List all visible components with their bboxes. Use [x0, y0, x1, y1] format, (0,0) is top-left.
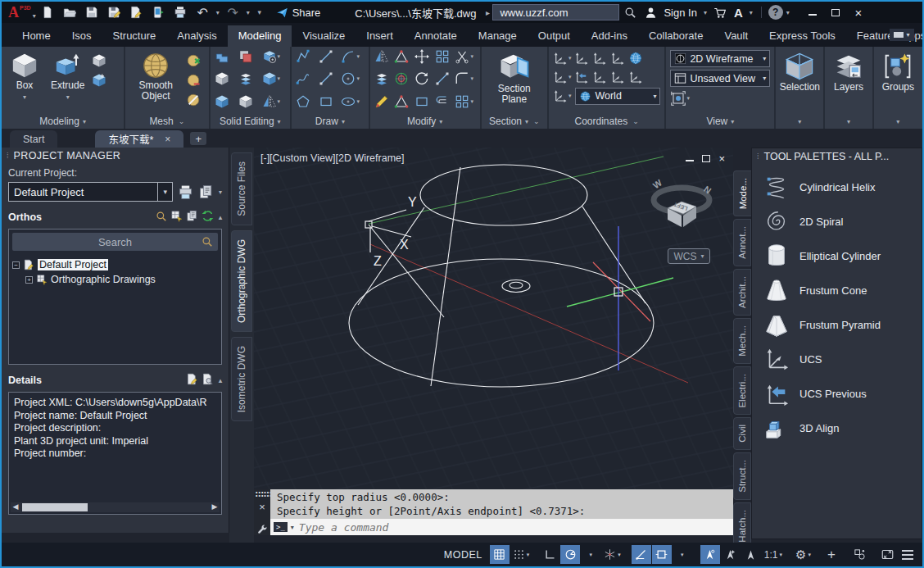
- expand-box-icon[interactable]: +: [25, 276, 33, 284]
- scroll-right-icon[interactable]: ▶: [210, 501, 220, 514]
- ucs-world-button[interactable]: [627, 49, 644, 67]
- viewcube[interactable]: W N LEFT: [643, 166, 717, 239]
- ribbon-tab[interactable]: Vault: [713, 25, 759, 47]
- viewport[interactable]: X Y Z [-][Custom View][2D Wireframe] ×: [254, 148, 733, 489]
- palette-item-3d-align[interactable]: 3D Align: [752, 411, 922, 445]
- palette-tab[interactable]: Civil: [733, 417, 751, 450]
- panel-label-layers[interactable]: ▾: [825, 114, 872, 129]
- tree-item-orthographic-drawings[interactable]: + Orthographic Drawings: [25, 272, 218, 287]
- ucs-combo[interactable]: World▾: [575, 88, 660, 105]
- annotation-monitor-button[interactable]: +: [822, 545, 841, 564]
- panel-label-modify[interactable]: Modify▾: [370, 114, 480, 129]
- selection-button[interactable]: Selection: [776, 50, 824, 94]
- object-snap-toggle[interactable]: [652, 545, 672, 564]
- palette-item-2d-spiral[interactable]: 2D Spiral: [752, 204, 922, 239]
- project-copy-button[interactable]: [198, 184, 214, 200]
- tree-search-field[interactable]: Search: [12, 233, 218, 251]
- sign-in-button[interactable]: Sign In: [664, 7, 696, 19]
- clean-screen-button[interactable]: [877, 545, 897, 564]
- refine-mesh-button[interactable]: [185, 91, 202, 109]
- 3d-move-button[interactable]: [393, 48, 412, 66]
- collapse-icon[interactable]: ▴: [219, 377, 222, 384]
- ucs-face-button[interactable]: [609, 49, 626, 67]
- ucs-3point-button[interactable]: [627, 68, 644, 86]
- chevron-down-icon[interactable]: ▾: [219, 189, 222, 196]
- palette-tab[interactable]: Annot...: [733, 219, 751, 266]
- drag-handle-icon[interactable]: •••••• ••••••: [256, 491, 269, 498]
- rectangle-button[interactable]: [318, 93, 339, 111]
- offset-button[interactable]: [434, 93, 453, 111]
- ellipse-button[interactable]: ▾: [340, 93, 365, 111]
- panel-label-solid-editing[interactable]: Solid Editing▾: [211, 114, 291, 129]
- scroll-left-icon[interactable]: ◀: [11, 501, 20, 514]
- annotation-autoscale-toggle[interactable]: [721, 545, 741, 564]
- 3d-polyline-button[interactable]: [318, 48, 339, 66]
- intersect-button[interactable]: ▾: [261, 48, 288, 66]
- groups-button[interactable]: Groups: [878, 50, 918, 94]
- scale-button[interactable]: [414, 93, 433, 111]
- 3d-rotate-button[interactable]: [393, 70, 412, 88]
- a360-dropdown[interactable]: ▾: [748, 9, 754, 16]
- palette-item-ucs-previous[interactable]: UCS Previous: [752, 376, 922, 411]
- new-file-button[interactable]: [38, 3, 58, 21]
- wcs-dropdown[interactable]: WCS ▾: [668, 248, 710, 264]
- fillet-button[interactable]: ▾: [454, 70, 476, 88]
- details-horizontal-scrollbar[interactable]: ◀ ▶: [11, 502, 220, 512]
- panel-label-modeling[interactable]: Modeling▾: [2, 114, 124, 129]
- refresh-button[interactable]: [202, 210, 214, 225]
- redo-button[interactable]: ↷: [223, 3, 243, 21]
- smooth-less-button[interactable]: [185, 71, 202, 89]
- panel-label-view[interactable]: View▾: [666, 114, 774, 129]
- ucs-previous-button[interactable]: [573, 68, 590, 86]
- palette-vertical-tab[interactable]: Source Files: [231, 152, 252, 225]
- ucs-object-button[interactable]: [591, 49, 608, 67]
- annotation-visibility-toggle[interactable]: [700, 545, 720, 564]
- new-ortho-button[interactable]: [170, 210, 183, 225]
- palette-item-frustum-cone[interactable]: Frustum Cone: [752, 273, 922, 307]
- sign-in-dropdown[interactable]: ▾: [702, 9, 709, 16]
- isolate-objects-button[interactable]: [849, 545, 869, 564]
- save-as-button[interactable]: [104, 3, 125, 21]
- panel-label-section[interactable]: Section▾⌄: [482, 114, 547, 129]
- collapse-icon[interactable]: ▴: [219, 214, 222, 221]
- app-store-cart-icon[interactable]: [710, 3, 729, 21]
- smooth-more-button[interactable]: [185, 52, 202, 70]
- palette-vertical-tab[interactable]: Isometric DWG: [231, 337, 252, 421]
- palette-tab[interactable]: Struct...: [733, 452, 751, 500]
- ribbon-tab[interactable]: Add-ins: [581, 25, 638, 47]
- share-button[interactable]: Share: [276, 7, 321, 19]
- polysolid-button[interactable]: [91, 52, 107, 70]
- ucs-origin-button[interactable]: [591, 68, 608, 86]
- annotation-scale-button[interactable]: 1:1▾: [762, 545, 785, 564]
- ribbon-tab[interactable]: Isos: [61, 25, 102, 47]
- rotate-button[interactable]: [414, 70, 433, 88]
- panel-label-groups[interactable]: ▾: [874, 114, 922, 129]
- panel-label-coordinates[interactable]: Coordinates⌄: [549, 114, 665, 129]
- extrude-faces-button[interactable]: [214, 70, 236, 88]
- tool-palettes-title[interactable]: ⁞ TOOL PALETTES - ALL P...: [752, 148, 922, 165]
- details-search-button[interactable]: [202, 373, 214, 388]
- transfer-button[interactable]: [148, 3, 169, 21]
- vp-minimize-button[interactable]: [686, 156, 694, 161]
- ribbon-tab[interactable]: Analysis: [166, 25, 227, 47]
- command-input-row[interactable]: >_ ▾: [270, 519, 733, 535]
- smooth-object-button[interactable]: Smooth Object: [129, 50, 183, 103]
- palette-vertical-tab[interactable]: Orthographic DWG: [231, 230, 252, 332]
- ribbon-tab[interactable]: Insert: [356, 25, 404, 47]
- subtract-button[interactable]: [238, 48, 260, 66]
- copy-button[interactable]: [434, 48, 453, 66]
- annotation-scale-icon[interactable]: [741, 545, 761, 564]
- command-input[interactable]: [297, 520, 730, 534]
- snap-toggle[interactable]: ▾: [510, 545, 532, 564]
- save-button[interactable]: [82, 3, 102, 21]
- layers-button[interactable]: Layers: [830, 50, 867, 94]
- palette-tab[interactable]: Mode...: [733, 170, 751, 216]
- details-export-button[interactable]: [186, 373, 198, 388]
- ucs-x-button[interactable]: ▾: [552, 68, 573, 86]
- polygon-button[interactable]: [295, 93, 316, 111]
- redo-dropdown[interactable]: ▾: [245, 9, 251, 16]
- palette-item-cylindrical-helix[interactable]: Cylindrical Helix: [752, 170, 922, 204]
- close-command-line-icon[interactable]: ×: [259, 501, 265, 513]
- project-manager-title[interactable]: ⁞ PROJECT MANAGER: [2, 148, 229, 164]
- ribbon-tab[interactable]: Structure: [102, 25, 167, 47]
